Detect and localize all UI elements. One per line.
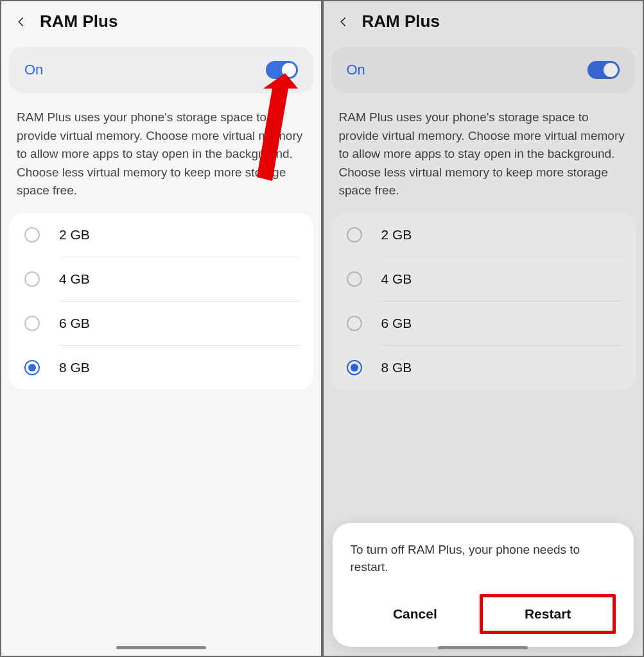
back-button[interactable] [336, 15, 351, 29]
radio-label: 2 GB [59, 227, 90, 242]
ramplus-switch[interactable] [266, 61, 298, 79]
memory-option-8gb[interactable]: 8 GB [24, 346, 313, 389]
description-text: RAM Plus uses your phone's storage space… [1, 93, 321, 213]
radio-label: 8 GB [59, 360, 90, 375]
chevron-left-icon [15, 16, 27, 28]
back-button[interactable] [14, 15, 28, 29]
radio-label: 6 GB [59, 316, 90, 330]
memory-option-4gb[interactable]: 4 GB [24, 257, 313, 302]
screen-left: RAM Plus On RAM Plus uses your phone's s… [1, 1, 321, 656]
radio-icon [347, 271, 362, 287]
switch-thumb [604, 63, 618, 77]
radio-label: 4 GB [381, 271, 412, 286]
ramplus-switch[interactable] [587, 61, 620, 79]
restart-button[interactable]: Restart [480, 594, 616, 634]
screen-right: RAM Plus On RAM Plus uses your phone's s… [324, 1, 643, 656]
memory-option-8gb[interactable]: 8 GB [347, 346, 636, 389]
memory-option-2gb[interactable]: 2 GB [347, 213, 636, 257]
radio-icon [24, 360, 40, 375]
radio-label: 4 GB [59, 271, 90, 286]
memory-option-6gb[interactable]: 6 GB [347, 302, 636, 346]
page-title: RAM Plus [40, 12, 117, 31]
radio-icon [347, 360, 362, 375]
radio-icon [347, 227, 362, 243]
radio-icon [24, 271, 40, 287]
memory-option-6gb[interactable]: 6 GB [24, 302, 313, 346]
cancel-button[interactable]: Cancel [351, 597, 480, 631]
memory-options-list: 2 GB 4 GB 6 GB 8 GB [9, 213, 313, 389]
page-title: RAM Plus [362, 12, 440, 31]
radio-label: 6 GB [381, 316, 412, 330]
radio-label: 2 GB [381, 227, 412, 242]
switch-thumb [282, 63, 296, 77]
description-text: RAM Plus uses your phone's storage space… [324, 93, 643, 213]
memory-option-2gb[interactable]: 2 GB [24, 213, 313, 257]
restart-dialog: To turn off RAM Plus, your phone needs t… [333, 523, 634, 647]
toggle-label: On [24, 62, 43, 78]
ramplus-toggle-card[interactable]: On [331, 47, 636, 93]
chevron-left-icon [338, 16, 349, 28]
dialog-message: To turn off RAM Plus, your phone needs t… [351, 541, 616, 576]
memory-options-list: 2 GB 4 GB 6 GB 8 GB [331, 213, 636, 389]
radio-icon [24, 316, 40, 331]
home-indicator[interactable] [116, 646, 206, 649]
radio-icon [347, 316, 362, 331]
ramplus-toggle-card[interactable]: On [9, 47, 313, 93]
header: RAM Plus [324, 1, 643, 47]
memory-option-4gb[interactable]: 4 GB [347, 257, 636, 302]
toggle-label: On [347, 62, 365, 78]
dialog-actions: Cancel Restart [351, 594, 616, 634]
home-indicator[interactable] [438, 646, 528, 649]
radio-label: 8 GB [381, 360, 412, 375]
radio-icon [24, 227, 40, 243]
header: RAM Plus [1, 1, 321, 47]
